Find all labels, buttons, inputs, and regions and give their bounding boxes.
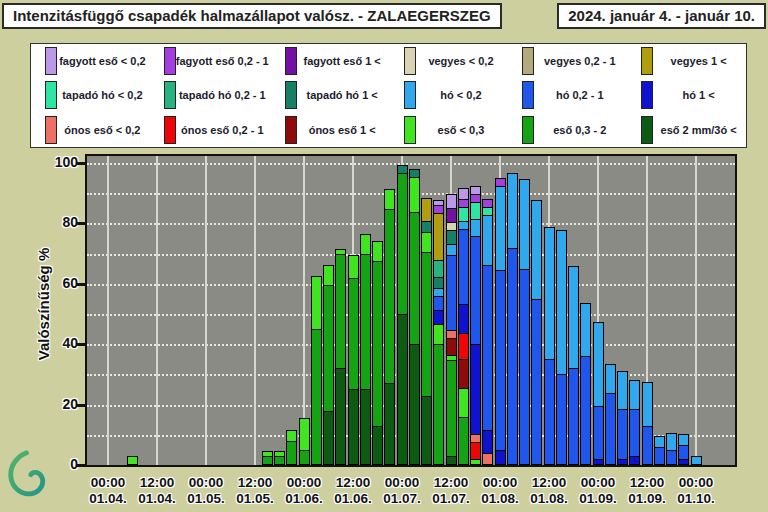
bar-segment-eso_lt03 — [421, 232, 432, 253]
ho_1-swatch-icon — [641, 81, 653, 109]
bar-segment-ho_02_1 — [433, 296, 444, 311]
eso_2-swatch-icon — [641, 116, 653, 144]
bar-segment-ho_1 — [593, 459, 604, 465]
legend-item: fagyott eső < 0,2 — [31, 44, 150, 78]
legend-label: tapadó hó < 0,2 — [57, 89, 150, 101]
bar-segment-eso_03_2 — [433, 344, 444, 465]
bar — [593, 323, 604, 465]
gridline-vertical — [695, 156, 697, 465]
bar-segment-ho_1 — [470, 344, 481, 435]
bar-segment-tapado_1 — [446, 230, 457, 245]
legend-item: ónos eső 0,2 - 1 — [150, 113, 271, 147]
bar-segment-ho_lt02 — [482, 215, 493, 266]
bar-segment-eso_2 — [397, 314, 408, 465]
bar-segment-ho_02_1 — [470, 236, 481, 345]
bar-segment-ho_1 — [433, 310, 444, 325]
bar — [580, 304, 591, 465]
eso_lt03-swatch-icon — [404, 116, 416, 144]
page-title: Intenzitásfüggő csapadék halmazállapot v… — [2, 3, 502, 29]
bar-segment-ho_02_1 — [666, 450, 677, 465]
y-tick-label: 20 — [36, 396, 78, 412]
x-tick-label: 00:0001.10. — [667, 475, 725, 507]
bar-segment-tapado_lt02 — [458, 207, 469, 222]
gridline-vertical — [254, 156, 256, 465]
legend-label: hó < 0,2 — [416, 89, 509, 101]
tapado_1-swatch-icon — [285, 81, 297, 109]
bar-segment-fagyott_lt02 — [446, 194, 457, 209]
legend-item: fagyott eső 1 < — [271, 44, 390, 78]
bar-segment-ho_1 — [458, 304, 469, 334]
bar-segment-ho_lt02 — [580, 303, 591, 357]
bar-segment-onos_1 — [446, 338, 457, 356]
bar-segment-eso_lt03 — [127, 456, 138, 465]
bar-segment-eso_03_2 — [397, 173, 408, 315]
legend-item: ónos eső 1 < — [271, 113, 390, 147]
bar-segment-ho_lt02 — [666, 433, 677, 451]
bar — [311, 277, 322, 465]
bar-segment-ho_02_1 — [617, 409, 628, 460]
bar-segment-eso_2 — [323, 411, 334, 465]
legend-item: hó 1 < — [627, 78, 746, 112]
x-tick-time: 00:00 — [667, 475, 725, 491]
bar — [262, 452, 273, 465]
bar-segment-eso_03_2 — [409, 212, 420, 345]
y-tick-label: 100 — [36, 154, 78, 170]
bar-segment-eso_03_2 — [372, 261, 383, 427]
bar — [495, 179, 506, 465]
y-tick-mark — [77, 343, 85, 346]
legend-item: tapadó hó 0,2 - 1 — [150, 78, 271, 112]
bar — [482, 200, 493, 465]
bar-segment-ho_02_1 — [531, 299, 542, 465]
y-tick-mark — [77, 222, 85, 225]
bar-segment-eso_03_2 — [348, 278, 359, 390]
fagyott_lt02-swatch-icon — [45, 47, 57, 75]
legend-item: fagyott eső 0,2 - 1 — [150, 44, 271, 78]
bar-segment-ho_lt02 — [556, 230, 567, 375]
bar — [274, 452, 285, 465]
legend-label: eső 2 mm/3ó < — [653, 124, 746, 136]
bar — [642, 383, 653, 465]
bar — [409, 170, 420, 465]
legend-item: hó < 0,2 — [390, 78, 509, 112]
ho_lt02-swatch-icon — [404, 81, 416, 109]
legend-item: vegyes 0,2 - 1 — [508, 44, 627, 78]
bar-segment-ho_lt02 — [691, 456, 702, 465]
bar-segment-ho_02_1 — [654, 447, 665, 465]
legend-label: tapadó hó 0,2 - 1 — [176, 89, 271, 101]
bar-segment-eso_lt03 — [299, 418, 310, 451]
bar-segment-ho_02_1 — [593, 406, 604, 460]
vegyes_1-swatch-icon — [641, 47, 653, 75]
gridline-vertical — [156, 156, 158, 465]
bar — [127, 457, 138, 465]
bar-segment-eso_lt03 — [372, 241, 383, 262]
bar-segment-eso_03_2 — [323, 285, 334, 412]
y-tick-mark — [77, 162, 85, 165]
bar-segment-onos_02_1 — [470, 442, 481, 460]
bar-segment-eso_03_2 — [335, 254, 346, 369]
legend-label: fagyott eső 0,2 - 1 — [176, 55, 271, 67]
bar-segment-ho_02_1 — [519, 269, 530, 465]
bar — [384, 190, 395, 465]
bar — [531, 201, 542, 465]
legend: fagyott eső < 0,2fagyott eső 0,2 - 1fagy… — [30, 43, 747, 148]
legend-item: eső 0,3 - 2 — [508, 113, 627, 147]
bar — [286, 431, 297, 465]
bar-segment-eso_2 — [360, 389, 371, 465]
bar-segment-eso_lt03 — [433, 324, 444, 345]
gridline-vertical — [107, 156, 109, 465]
bar — [519, 180, 530, 465]
meteogram-page: Intenzitásfüggő csapadék halmazállapot v… — [0, 0, 768, 512]
bar-segment-eso_2 — [372, 426, 383, 465]
bar-segment-eso_lt03 — [384, 189, 395, 210]
bar-segment-tapado_02_1 — [433, 260, 444, 278]
legend-item: ónos eső < 0,2 — [31, 113, 150, 147]
bar-segment-ho_lt02 — [605, 364, 616, 394]
bar-segment-ho_1 — [629, 456, 640, 465]
legend-label: hó 1 < — [653, 89, 746, 101]
gridline-horizontal — [87, 163, 735, 165]
legend-label: tapadó hó 1 < — [297, 89, 390, 101]
bar-segment-eso_03_2 — [384, 209, 395, 384]
bar-segment-vegyes_1 — [421, 198, 432, 222]
bar-segment-ho_1 — [482, 430, 493, 454]
bar-segment-eso_2 — [421, 396, 432, 465]
